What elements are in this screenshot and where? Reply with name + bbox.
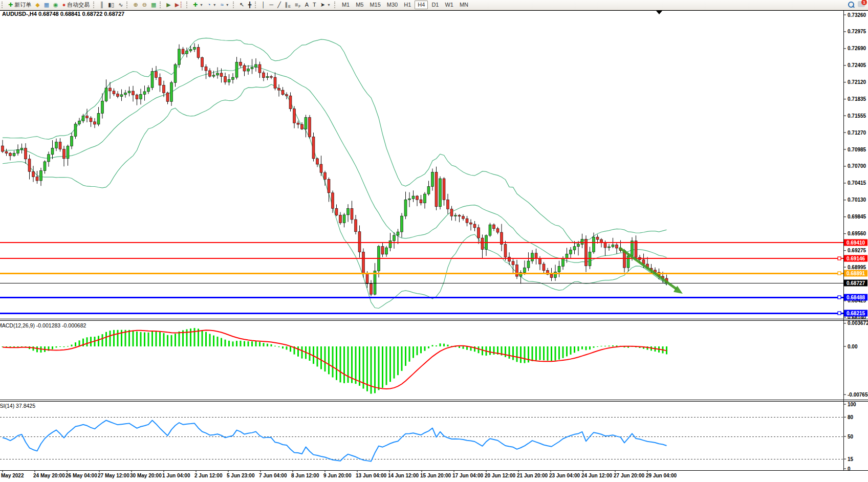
svg-text:0.71555: 0.71555 — [848, 113, 866, 119]
timeframe-button-m15[interactable]: M15 — [367, 1, 383, 9]
dropdown-arrow-icon: ▼ — [200, 3, 203, 7]
svg-text:29 Jun 04:00: 29 Jun 04:00 — [646, 473, 677, 478]
bollinger-layer — [3, 38, 667, 308]
hline-0.69146[interactable] — [0, 257, 843, 260]
timeframe-button-m5[interactable]: M5 — [353, 1, 366, 9]
svg-text:0.00: 0.00 — [848, 344, 858, 349]
templates-button[interactable]: ≈▼ — [219, 1, 231, 9]
vline-icon: │ — [262, 1, 265, 9]
toolbar-grip — [233, 2, 235, 8]
svg-text:30 May 20:00: 30 May 20:00 — [130, 473, 162, 478]
label-button[interactable]: T — [311, 1, 318, 9]
periods-button[interactable]: ◔▼ — [205, 1, 219, 9]
text-button[interactable]: A — [303, 1, 311, 9]
zoom-in-button[interactable]: ⊕ — [131, 1, 140, 9]
svg-text:0.72405: 0.72405 — [848, 62, 866, 68]
svg-text:50: 50 — [848, 434, 854, 440]
new-order-icon: ✚ — [8, 1, 13, 9]
rsi-layer — [0, 417, 843, 461]
chart-window-button[interactable]: ▦ — [42, 1, 51, 9]
svg-text:0.69275: 0.69275 — [848, 248, 866, 253]
timeframe-button-h4[interactable]: H4 — [415, 1, 428, 9]
time-axis[interactable]: May 202224 May 20:0026 May 04:0027 May 1… — [1, 470, 677, 478]
chart-window-icon: ▦ — [44, 1, 49, 9]
line-chart-button[interactable]: ∿ — [116, 1, 125, 9]
autoscroll-button[interactable]: ▶ — [164, 1, 172, 9]
trendline-button[interactable]: ╱ — [275, 1, 283, 9]
svg-text:0.70130: 0.70130 — [848, 197, 866, 203]
autotrading-button[interactable]: ●自动交易 — [60, 1, 92, 9]
templates-icon: ≈ — [221, 1, 224, 9]
svg-text:13 Jun 04:00: 13 Jun 04:00 — [356, 473, 386, 478]
price-badge-0.68891: 0.68891 — [844, 270, 867, 277]
svg-text:0.003672: 0.003672 — [848, 320, 868, 326]
zoom-out-icon: ⊖ — [142, 1, 147, 9]
svg-text:100: 100 — [848, 402, 856, 407]
hline-0.68215[interactable] — [0, 312, 843, 315]
trendline-icon: ╱ — [277, 1, 281, 9]
hline-handle[interactable] — [838, 296, 841, 299]
hline-0.68891[interactable] — [0, 272, 843, 275]
svg-text:27 Jun 20:00: 27 Jun 20:00 — [614, 473, 644, 478]
signals-button[interactable]: ◉ — [51, 1, 60, 9]
chart-canvas[interactable]: 0.732600.729750.726900.724050.721200.718… — [0, 0, 868, 482]
candlestick-button[interactable]: ▮▯ — [106, 1, 116, 9]
channel-button[interactable]: ∥E — [283, 1, 293, 9]
new-order-button-label: 新订单 — [14, 1, 31, 9]
last-bar-marker — [656, 11, 662, 14]
timeframe-button-h1[interactable]: H1 — [401, 1, 414, 9]
cursor-button[interactable]: ↖ — [237, 1, 246, 9]
svg-text:0.70985: 0.70985 — [848, 147, 866, 152]
svg-text:9 Jun 20:00: 9 Jun 20:00 — [323, 473, 352, 478]
hline-handle[interactable] — [838, 257, 841, 260]
chart-shift-button[interactable]: ▶┆ — [173, 1, 185, 9]
svg-text:0.68488: 0.68488 — [847, 295, 865, 300]
toolbar-grip — [126, 2, 129, 8]
line-chart-icon: ∿ — [118, 1, 123, 9]
fibonacci-button[interactable]: ≡F — [293, 1, 303, 9]
svg-text:0.69560: 0.69560 — [848, 231, 866, 236]
svg-text:0.69845: 0.69845 — [848, 214, 866, 220]
search-icon[interactable] — [848, 2, 854, 7]
dropdown-arrow-icon: ▼ — [327, 3, 331, 7]
equidistant-channel-icon: ∥ — [285, 1, 288, 9]
timeframe-button-d1[interactable]: D1 — [429, 1, 441, 9]
chart-shift-icon: ▶┆ — [175, 1, 183, 9]
price-badge-0.69410: 0.69410 — [844, 239, 867, 246]
hline-0.68488[interactable] — [0, 296, 843, 299]
svg-text:0.70700: 0.70700 — [848, 163, 866, 169]
crosshair-button[interactable]: ╋ — [246, 1, 254, 9]
zoom-out-button[interactable]: ⊖ — [140, 1, 149, 9]
svg-text:8 Jun 12:00: 8 Jun 12:00 — [291, 473, 319, 478]
tile-windows-button[interactable]: ▦ — [149, 1, 158, 9]
svg-text:0.71270: 0.71270 — [848, 130, 866, 136]
timeframe-button-w1[interactable]: W1 — [442, 1, 456, 9]
svg-text:0: 0 — [848, 466, 851, 472]
vline-button[interactable]: │ — [259, 1, 267, 9]
svg-text:May 2022: May 2022 — [1, 473, 24, 478]
alerts-icon[interactable]: 1 — [858, 1, 865, 7]
timeframe-button-mn[interactable]: MN — [457, 1, 471, 9]
add-indicator-icon: ✚ — [193, 1, 198, 9]
autotrading-icon: ● — [62, 1, 66, 9]
bar-chart-button[interactable]: ║ — [98, 1, 106, 9]
hline-handle[interactable] — [838, 312, 841, 315]
timeframe-button-m30[interactable]: M30 — [384, 1, 400, 9]
svg-text:80: 80 — [848, 414, 854, 420]
add-indicator-button[interactable]: ✚▼ — [191, 1, 205, 9]
svg-text:1 Jun 04:00: 1 Jun 04:00 — [162, 473, 190, 478]
hline-handle[interactable] — [838, 272, 841, 275]
zoom-in-icon: ⊕ — [133, 1, 138, 9]
toolbar-right-icons: 1 — [848, 1, 865, 7]
hlines-layer[interactable] — [0, 243, 843, 315]
dropdown-arrow-icon: ▼ — [213, 3, 216, 7]
symbols-button[interactable]: ◆ — [33, 1, 41, 9]
svg-text:0.69146: 0.69146 — [847, 256, 865, 261]
arrows-button[interactable]: ➤▼ — [318, 1, 333, 9]
timeframe-button-m1[interactable]: M1 — [339, 1, 352, 9]
new-order-button[interactable]: ✚新订单 — [6, 1, 33, 9]
svg-text:0.73260: 0.73260 — [848, 12, 866, 18]
price-badge-0.69146: 0.69146 — [844, 255, 867, 262]
hline-button[interactable]: ─ — [267, 1, 275, 9]
toolbar-grip — [334, 2, 337, 8]
